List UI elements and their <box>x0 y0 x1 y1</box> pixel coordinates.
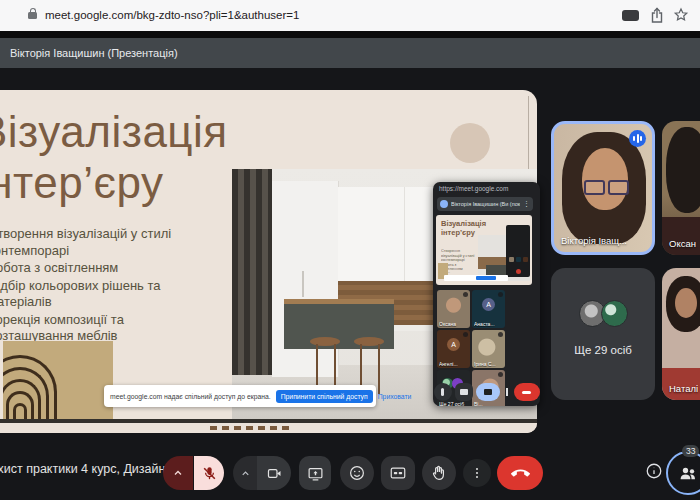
slide-title-line1: Візуалізація <box>0 106 228 157</box>
mic-off-icon <box>201 465 218 482</box>
mic-muted-dot <box>463 292 468 297</box>
people-icon <box>678 463 698 483</box>
slide-title: Візуалізація інтер’єру <box>0 106 228 208</box>
url-text[interactable]: meet.google.com/bkg-zdto-nso?pli=1&authu… <box>45 9 299 21</box>
end-call-icon <box>511 464 530 483</box>
hide-banner-link[interactable]: Приховати <box>378 393 412 400</box>
nested-camera-button <box>455 383 473 401</box>
recursive-tile <box>516 257 521 262</box>
chevron-up-icon <box>172 467 184 479</box>
recursive-window <box>506 225 530 277</box>
more-participants-tile[interactable]: Ще 29 осіб <box>551 268 655 400</box>
participant-name: Оксан <box>669 238 696 249</box>
share-icon[interactable] <box>650 7 664 28</box>
participant-tile-oksana[interactable]: Оксан <box>662 121 700 255</box>
nested-tile-name: Ще 27 осіб <box>439 401 470 406</box>
letter-avatar: А <box>447 338 460 351</box>
slide-bullet: Робота з освітленням <box>0 260 194 277</box>
screen-share-banner: meet.google.com надає спільний доступ до… <box>104 385 376 407</box>
mic-muted-dot <box>498 372 503 377</box>
more-options-button[interactable] <box>463 459 491 487</box>
present-screen-button[interactable] <box>299 456 331 490</box>
nested-mic-button <box>434 383 452 401</box>
slide-arch-decoration <box>3 341 113 419</box>
page-top-strip <box>0 31 700 38</box>
mic-muted-dot <box>463 332 468 337</box>
slide-dashes-decoration <box>210 426 290 430</box>
nested-banner-button <box>476 276 496 280</box>
meeting-details-button[interactable] <box>645 462 663 480</box>
end-call-button[interactable] <box>497 456 543 490</box>
nested-tile-name: Анаста... <box>474 321 503 327</box>
people-panel-button[interactable] <box>666 451 700 495</box>
nested-participant-tile: Ірина С... <box>472 330 505 368</box>
nested-presenting-pill: Вікторія Іващишин (Ви (показує... ⋮ <box>437 197 533 211</box>
participant-tile-natalia[interactable]: Наталі <box>662 268 700 400</box>
slide-circle-decoration <box>450 123 490 163</box>
nested-meet-window: https://meet.google.com Вікторія Іващиши… <box>433 182 540 406</box>
nested-more-button <box>503 383 511 401</box>
nested-presenting-label: Вікторія Іващишин (Ви (показує... <box>451 201 520 207</box>
camera-icon <box>266 465 283 482</box>
nested-participant-tile: Оксана <box>437 290 470 328</box>
share-banner-text: meet.google.com надає спільний доступ до… <box>110 393 271 400</box>
photo-curtain <box>232 169 272 375</box>
letter-avatar: А <box>482 298 495 311</box>
slide-bullets: Створення візуалізацій у стилі контемпор… <box>0 226 194 346</box>
nested-control-bar <box>433 383 540 401</box>
camera-options-button[interactable] <box>233 456 257 490</box>
arch-line <box>13 403 27 419</box>
avatar <box>601 300 628 327</box>
raise-hand-icon <box>430 464 448 482</box>
participant-tile-viktoriia[interactable]: Вікторія Іващ... <box>551 121 655 255</box>
mic-mute-button[interactable] <box>194 456 224 490</box>
nested-island <box>486 265 508 275</box>
nested-tile-name: Оксана <box>439 321 468 327</box>
present-screen-icon <box>307 465 324 482</box>
reactions-button[interactable] <box>340 456 374 490</box>
mic-muted-dot <box>498 292 503 297</box>
info-icon <box>645 462 663 480</box>
nested-bullet: Створення візуалізацій у стилі контемпор… <box>441 249 479 263</box>
nested-url-text: https://meet.google.com <box>439 185 508 192</box>
nested-share-banner <box>444 275 508 281</box>
recursive-end-call <box>516 269 521 274</box>
audio-indicator-icon <box>629 130 646 147</box>
presenting-header: Вікторія Іващишин (Презентація) <box>0 38 700 68</box>
captions-button[interactable] <box>381 456 415 490</box>
mic-options-button[interactable] <box>163 456 193 490</box>
slide-bottom-strip <box>0 423 537 433</box>
nested-slide: Візуалізація інтер’єру Створення візуалі… <box>436 215 532 285</box>
nested-end-call-button <box>514 383 540 401</box>
tab-preview-icon[interactable] <box>622 10 639 21</box>
nested-tile-name: Ангелі... <box>439 361 468 367</box>
bookmark-star-icon[interactable] <box>673 7 689 27</box>
stop-sharing-button[interactable]: Припинити спільний доступ <box>276 390 373 403</box>
slide-bullet: Підбір кольорових рішень та матеріалів <box>0 278 194 311</box>
nested-present-button <box>476 383 500 401</box>
emoji-icon <box>348 464 366 482</box>
mic-muted-dot <box>498 332 503 337</box>
portrait-face <box>582 148 628 210</box>
participant-name: Наталі <box>669 383 698 394</box>
recursive-tile <box>509 257 514 262</box>
nested-participant-tile: А Ангелі... <box>437 330 470 368</box>
nested-tile-name: Ві... <box>474 401 503 406</box>
more-icon: ⋮ <box>523 200 530 208</box>
portrait-face <box>675 288 697 318</box>
photo-stool-leg <box>378 344 380 394</box>
captions-icon <box>389 464 407 482</box>
portrait-hair <box>666 127 700 213</box>
browser-address-bar[interactable]: meet.google.com/bkg-zdto-nso?pli=1&authu… <box>0 0 700 31</box>
camera-button[interactable] <box>257 456 291 490</box>
slide-title-line2: інтер’єру <box>0 157 228 208</box>
more-participants-label: Ще 29 осіб <box>551 344 655 356</box>
participant-count-badge: 33 <box>682 445 699 457</box>
raise-hand-button[interactable] <box>422 456 456 490</box>
participant-avatars <box>551 300 655 327</box>
slide-bullet: Створення візуалізацій у стилі контемпор… <box>0 226 194 259</box>
lock-icon <box>28 12 37 19</box>
participant-name: Вікторія Іващ... <box>561 235 627 246</box>
portrait-glasses <box>584 180 629 195</box>
slide-bullet: Корекція композиції та розташування мебл… <box>0 312 194 345</box>
